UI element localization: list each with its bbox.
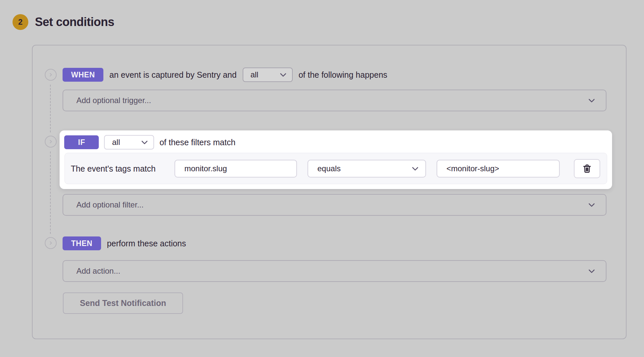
connector-line [50,151,51,234]
add-action-select[interactable]: Add action... [63,260,606,282]
filter-label: The event's tags match [71,153,156,184]
then-row: THEN perform these actions [63,236,186,251]
chevron-right-circle-icon [45,69,57,81]
chevron-right-circle-icon [45,237,57,249]
chevron-right-circle-icon [45,136,57,148]
chevron-down-icon [587,267,596,275]
page-title: Set conditions [35,15,114,29]
if-card: IF all of these filters match The event'… [60,130,612,189]
add-filter-select[interactable]: Add optional filter... [63,194,606,216]
when-text-after: of the following happens [299,70,388,80]
then-text: perform these actions [107,239,186,248]
add-trigger-select[interactable]: Add optional trigger... [63,90,606,111]
delete-filter-button[interactable] [574,159,600,178]
chevron-down-icon [411,164,419,173]
send-test-notification-button[interactable]: Send Test Notification [63,292,183,314]
filter-value-input[interactable] [437,160,560,178]
if-match-select-value: all [112,138,120,147]
when-match-select[interactable]: all [243,68,293,82]
step-header: 2 Set conditions [13,14,114,30]
when-badge: WHEN [63,68,103,82]
if-badge: IF [64,135,99,149]
when-text-before: an event is captured by Sentry and [109,70,236,80]
filter-row: The event's tags match equals [65,153,607,184]
filter-key-input[interactable] [174,160,297,178]
if-match-select[interactable]: all [104,135,154,150]
add-filter-placeholder: Add optional filter... [76,200,144,209]
if-row: IF all of these filters match [64,135,235,150]
add-trigger-placeholder: Add optional trigger... [76,96,151,105]
chevron-down-icon [140,138,149,147]
connector-line [50,85,51,132]
trash-icon [582,164,592,174]
chevron-down-icon [587,96,596,105]
if-text-after: of these filters match [159,138,235,147]
chevron-down-icon [279,70,287,79]
add-action-placeholder: Add action... [76,266,120,276]
then-badge: THEN [63,236,101,250]
filter-operator-value: equals [317,164,341,173]
filter-operator-select[interactable]: equals [308,160,426,178]
chevron-down-icon [587,201,596,209]
when-match-select-value: all [251,70,258,79]
step-number: 2 [18,17,22,27]
when-row: WHEN an event is captured by Sentry and … [63,68,387,82]
step-number-badge: 2 [13,14,28,30]
